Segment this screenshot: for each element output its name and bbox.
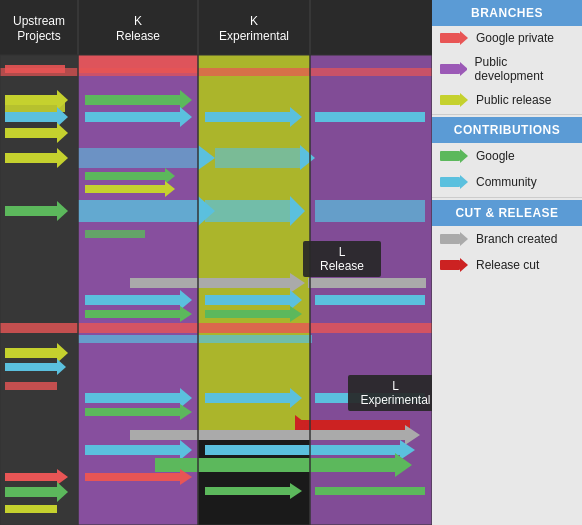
svg-rect-105 xyxy=(440,151,460,161)
contributions-title: CONTRIBUTIONS xyxy=(432,117,582,143)
svg-rect-94 xyxy=(5,505,57,513)
svg-rect-39 xyxy=(85,185,165,193)
svg-rect-43 xyxy=(5,206,57,216)
svg-rect-18 xyxy=(5,95,57,105)
svg-marker-112 xyxy=(460,258,468,272)
svg-marker-100 xyxy=(460,31,468,45)
svg-rect-70 xyxy=(205,393,290,403)
svg-text:Experimental: Experimental xyxy=(219,29,289,43)
svg-marker-108 xyxy=(460,175,468,189)
legend-panel: BRANCHES Google private Public developme… xyxy=(432,0,582,525)
legend-item-community: Community xyxy=(432,169,582,195)
community-contribution-label: Community xyxy=(476,175,537,189)
svg-rect-103 xyxy=(440,95,460,105)
svg-rect-26 xyxy=(205,112,290,122)
svg-rect-28 xyxy=(315,112,425,122)
svg-marker-104 xyxy=(460,93,468,107)
svg-rect-45 xyxy=(205,200,290,222)
svg-marker-106 xyxy=(460,149,468,163)
svg-text:K: K xyxy=(250,14,258,28)
svg-rect-75 xyxy=(300,420,410,430)
public-release-icon xyxy=(440,93,468,107)
svg-rect-67 xyxy=(5,382,57,390)
svg-rect-61 xyxy=(0,323,432,333)
google-contribution-icon xyxy=(440,148,468,164)
svg-rect-13 xyxy=(0,55,78,525)
svg-rect-107 xyxy=(440,177,460,187)
public-dev-icon xyxy=(440,62,467,76)
public-dev-label: Public development xyxy=(475,55,574,83)
svg-rect-56 xyxy=(315,295,425,305)
svg-rect-85 xyxy=(5,473,57,481)
google-private-icon xyxy=(440,31,468,45)
svg-rect-59 xyxy=(205,310,290,318)
svg-marker-92 xyxy=(290,483,302,499)
svg-rect-83 xyxy=(155,458,400,472)
svg-rect-87 xyxy=(85,473,180,481)
svg-rect-89 xyxy=(5,487,57,497)
svg-rect-79 xyxy=(85,445,180,455)
public-release-label: Public release xyxy=(476,93,551,107)
legend-item-public-dev: Public development xyxy=(432,50,582,88)
google-contribution-label: Google xyxy=(476,149,515,163)
branch-created-label: Branch created xyxy=(476,232,557,246)
svg-rect-35 xyxy=(5,153,57,163)
svg-marker-102 xyxy=(460,62,467,76)
main-container: Upstream Projects K Release K Experiment… xyxy=(0,0,582,525)
svg-rect-81 xyxy=(205,445,405,455)
google-private-label: Google private xyxy=(476,31,554,45)
svg-text:Upstream: Upstream xyxy=(13,14,65,28)
divider-2 xyxy=(432,197,582,198)
svg-rect-47 xyxy=(315,200,425,222)
branch-created-icon xyxy=(440,231,468,247)
legend-item-google: Google xyxy=(432,143,582,169)
svg-rect-62 xyxy=(78,335,312,343)
svg-rect-68 xyxy=(85,393,180,403)
branches-title: BRANCHES xyxy=(432,0,582,26)
divider-1 xyxy=(432,114,582,115)
legend-item-branch-created: Branch created xyxy=(432,226,582,252)
svg-rect-24 xyxy=(85,112,180,122)
release-cut-icon xyxy=(440,257,468,273)
svg-rect-99 xyxy=(440,33,460,43)
svg-rect-91 xyxy=(205,487,290,495)
community-contribution-icon xyxy=(440,174,468,190)
svg-rect-29 xyxy=(5,128,57,138)
svg-rect-65 xyxy=(5,363,57,371)
legend-item-release-cut: Release cut xyxy=(432,252,582,278)
legend-item-public-release: Public release xyxy=(432,88,582,112)
svg-rect-52 xyxy=(85,295,180,305)
svg-rect-63 xyxy=(5,348,57,358)
svg-rect-49 xyxy=(130,278,290,288)
svg-rect-22 xyxy=(5,112,57,122)
svg-rect-37 xyxy=(85,172,165,180)
svg-marker-110 xyxy=(460,232,468,246)
svg-rect-73 xyxy=(85,408,180,416)
svg-rect-31 xyxy=(78,148,198,168)
legend-item-google-private: Google private xyxy=(432,26,582,50)
diagram-area: Upstream Projects K Release K Experiment… xyxy=(0,0,432,525)
cut-release-title: CUT & RELEASE xyxy=(432,200,582,226)
svg-text:Release: Release xyxy=(116,29,160,43)
svg-rect-33 xyxy=(215,148,300,168)
svg-text:Projects: Projects xyxy=(17,29,60,43)
svg-rect-54 xyxy=(205,295,290,305)
svg-rect-57 xyxy=(85,310,180,318)
diagram-svg: Upstream Projects K Release K Experiment… xyxy=(0,0,432,525)
svg-rect-111 xyxy=(440,260,460,270)
svg-rect-101 xyxy=(440,64,460,74)
svg-rect-77 xyxy=(130,430,410,440)
svg-rect-109 xyxy=(440,234,460,244)
svg-rect-20 xyxy=(85,95,180,105)
svg-rect-93 xyxy=(315,487,425,495)
svg-text:K: K xyxy=(134,14,142,28)
svg-rect-41 xyxy=(78,200,198,222)
svg-rect-17 xyxy=(0,68,432,76)
release-cut-label: Release cut xyxy=(476,258,539,272)
svg-rect-51 xyxy=(308,278,426,288)
svg-rect-72 xyxy=(315,393,425,403)
svg-rect-48 xyxy=(85,230,145,238)
